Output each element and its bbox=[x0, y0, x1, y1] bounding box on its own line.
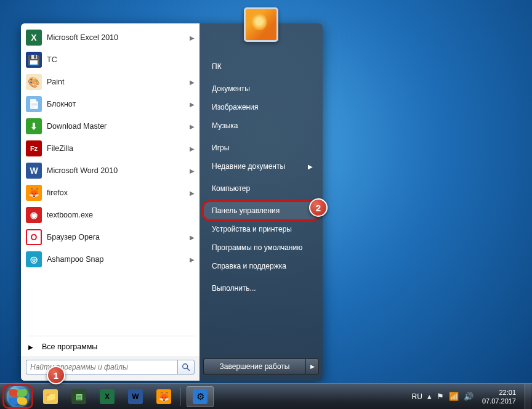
task-manager-icon bbox=[71, 389, 86, 404]
start-menu-right-panel: ПКДокументыИзображенияМузыкаИгрыНедавние… bbox=[200, 23, 323, 381]
program-item[interactable]: textboom.exe bbox=[21, 204, 200, 226]
system-tray: RU ▴ ⚑ 📶 🔊 22:01 07.07.2017 bbox=[412, 384, 532, 410]
taskbar: RU ▴ ⚑ 📶 🔊 22:01 07.07.2017 bbox=[0, 383, 532, 409]
start-menu: Microsoft Excel 2010▶TCPaint▶Блокнот▶Dow… bbox=[21, 23, 323, 381]
program-label: Ashampoo Snap bbox=[47, 255, 190, 264]
taskbar-excel[interactable] bbox=[94, 386, 121, 407]
program-item[interactable]: Браузер Opera▶ bbox=[21, 226, 200, 248]
right-item-label: Панель управления bbox=[212, 206, 313, 215]
explorer-icon bbox=[43, 389, 58, 404]
program-label: Paint bbox=[47, 78, 190, 86]
program-icon bbox=[26, 229, 42, 245]
all-programs-label: Все программы bbox=[42, 342, 97, 351]
right-panel-item[interactable]: Компьютер bbox=[203, 179, 319, 198]
volume-icon[interactable]: 🔊 bbox=[464, 392, 474, 401]
program-icon bbox=[26, 74, 42, 90]
program-item[interactable]: Microsoft Excel 2010▶ bbox=[21, 26, 200, 49]
submenu-arrow-icon: ▶ bbox=[190, 190, 195, 196]
clock-date: 07.07.2017 bbox=[482, 397, 516, 405]
program-label: textboom.exe bbox=[47, 211, 195, 219]
submenu-arrow-icon: ▶ bbox=[190, 145, 195, 152]
right-item-label: Устройства и принтеры bbox=[212, 225, 313, 233]
program-icon bbox=[26, 96, 42, 112]
right-item-label: Справка и поддержка bbox=[212, 262, 313, 270]
submenu-arrow-icon: ▶ bbox=[190, 234, 195, 241]
tray-chevron-icon[interactable]: ▴ bbox=[427, 392, 432, 401]
shutdown-label: Завершение работы bbox=[220, 362, 290, 371]
right-item-label: Игры bbox=[212, 144, 313, 152]
taskbar-word[interactable] bbox=[122, 386, 149, 407]
callout-2: 2 bbox=[309, 198, 328, 217]
svg-line-1 bbox=[187, 368, 190, 371]
program-label: Браузер Opera bbox=[47, 233, 190, 241]
program-item[interactable]: TC bbox=[21, 49, 200, 71]
right-item-label: Недавние документы bbox=[212, 162, 308, 171]
right-item-label: Музыка bbox=[212, 121, 313, 130]
shutdown-row: Завершение работы ▶ bbox=[203, 358, 319, 375]
taskbar-pinned bbox=[37, 386, 177, 407]
program-icon bbox=[26, 140, 42, 156]
separator bbox=[26, 336, 195, 336]
program-label: Microsoft Word 2010 bbox=[47, 166, 190, 175]
right-item-label: Компьютер bbox=[212, 184, 313, 193]
program-item[interactable]: Paint▶ bbox=[21, 71, 200, 93]
firefox-icon bbox=[156, 389, 171, 404]
right-panel-item[interactable]: Устройства и принтеры bbox=[203, 220, 319, 238]
program-item[interactable]: Ashampoo Snap▶ bbox=[21, 248, 200, 270]
clock[interactable]: 22:01 07.07.2017 bbox=[478, 388, 520, 405]
taskbar-task-manager[interactable] bbox=[65, 386, 92, 407]
word-icon bbox=[128, 389, 143, 404]
program-icon bbox=[26, 52, 42, 68]
program-list: Microsoft Excel 2010▶TCPaint▶Блокнот▶Dow… bbox=[21, 26, 200, 334]
submenu-arrow-icon: ▶ bbox=[190, 101, 195, 108]
right-panel-item[interactable]: Панель управления bbox=[203, 201, 319, 220]
right-panel-item[interactable]: Изображения bbox=[203, 98, 319, 116]
right-item-label: ПК bbox=[212, 62, 313, 71]
program-label: TC bbox=[47, 55, 195, 64]
taskbar-divider bbox=[180, 387, 181, 406]
taskbar-explorer[interactable] bbox=[37, 386, 64, 407]
program-label: firefox bbox=[47, 188, 190, 197]
network-icon[interactable]: 📶 bbox=[449, 392, 459, 401]
program-item[interactable]: firefox▶ bbox=[21, 182, 200, 204]
chevron-right-icon: ▶ bbox=[310, 363, 315, 370]
right-panel-item[interactable]: Выполнить... bbox=[203, 279, 319, 298]
right-panel-item[interactable]: Документы bbox=[203, 79, 319, 98]
right-item-label: Изображения bbox=[212, 103, 313, 111]
language-indicator[interactable]: RU bbox=[412, 392, 422, 401]
submenu-arrow-icon: ▶ bbox=[190, 168, 195, 174]
program-item[interactable]: FileZilla▶ bbox=[21, 137, 200, 160]
program-item[interactable]: Microsoft Word 2010▶ bbox=[21, 160, 200, 182]
excel-icon bbox=[100, 389, 115, 404]
program-item[interactable]: Download Master▶ bbox=[21, 115, 200, 137]
right-item-label: Программы по умолчанию bbox=[212, 243, 313, 252]
program-icon bbox=[26, 118, 42, 134]
right-panel-item[interactable]: Музыка bbox=[203, 116, 319, 135]
taskbar-firefox[interactable] bbox=[150, 386, 177, 407]
submenu-arrow-icon: ▶ bbox=[308, 163, 313, 170]
right-panel-item[interactable]: Справка и поддержка bbox=[203, 257, 319, 275]
chevron-right-icon: ▶ bbox=[28, 344, 33, 350]
shutdown-button[interactable]: Завершение работы bbox=[203, 358, 305, 375]
right-panel-item[interactable]: Игры bbox=[203, 139, 319, 157]
program-icon bbox=[26, 163, 42, 179]
action-center-icon[interactable]: ⚑ bbox=[437, 392, 444, 401]
user-avatar[interactable] bbox=[244, 7, 278, 42]
submenu-arrow-icon: ▶ bbox=[190, 123, 195, 130]
submenu-arrow-icon: ▶ bbox=[190, 34, 195, 41]
show-desktop-button[interactable] bbox=[525, 384, 531, 410]
right-list: ПКДокументыИзображенияМузыкаИгрыНедавние… bbox=[203, 57, 319, 298]
start-button-wrap bbox=[1, 384, 34, 410]
all-programs[interactable]: ▶ Все программы bbox=[21, 338, 200, 356]
right-panel-item[interactable]: Недавние документы▶ bbox=[203, 157, 319, 176]
shutdown-options-button[interactable]: ▶ bbox=[305, 358, 319, 375]
taskbar-control-panel[interactable] bbox=[187, 386, 214, 407]
program-item[interactable]: Блокнот▶ bbox=[21, 93, 200, 115]
program-icon bbox=[26, 251, 42, 267]
start-button[interactable] bbox=[7, 386, 29, 408]
right-panel-item[interactable]: ПК bbox=[203, 57, 319, 76]
submenu-arrow-icon: ▶ bbox=[190, 79, 195, 86]
search-button[interactable] bbox=[177, 360, 195, 375]
right-panel-item[interactable]: Программы по умолчанию bbox=[203, 238, 319, 257]
start-menu-left-panel: Microsoft Excel 2010▶TCPaint▶Блокнот▶Dow… bbox=[21, 23, 200, 381]
